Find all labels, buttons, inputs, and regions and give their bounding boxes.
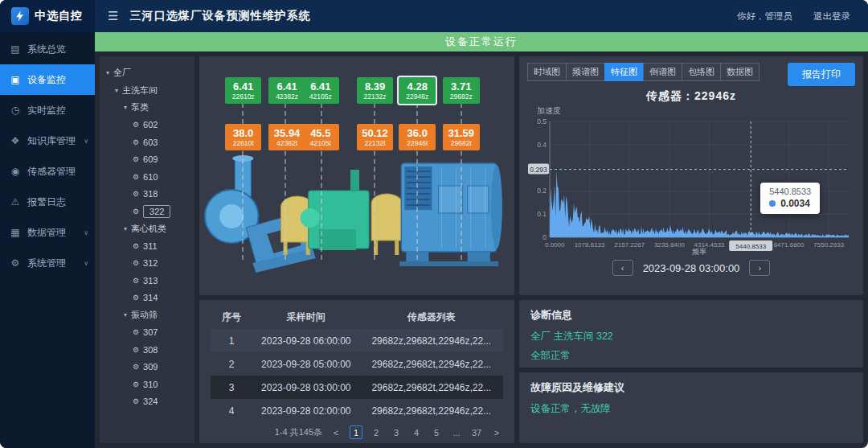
- tree-node-label: 泵类: [131, 101, 149, 113]
- page-button[interactable]: 3: [390, 425, 403, 439]
- sidebar-item-overview[interactable]: ▤系统总览: [0, 34, 95, 64]
- sidebar-item-system-manage[interactable]: ⚙系统管理∨: [0, 248, 95, 278]
- tree-node[interactable]: ▾全厂: [103, 64, 191, 82]
- tree-node-label: 振动筛: [131, 309, 158, 321]
- prev-date-button[interactable]: ‹: [612, 260, 633, 276]
- sidebar-item-sensor-manage[interactable]: ◉传感器管理: [0, 156, 95, 187]
- chart-tab[interactable]: 包络图: [682, 63, 721, 81]
- diagnosis-location-link[interactable]: 全厂 主洗车间 322: [530, 330, 852, 343]
- x-axis-label: 频率: [692, 248, 706, 255]
- sensor-id: 29682z: [444, 92, 478, 101]
- orange-sensor-badge[interactable]: 36.022946t: [399, 124, 436, 150]
- logout-link[interactable]: 退出登录: [813, 10, 850, 23]
- tree-node[interactable]: ⚙312: [103, 255, 191, 273]
- sensor-value: 38.0: [227, 127, 260, 139]
- crosshair-y-label: 0.293: [530, 166, 547, 174]
- chart-tab[interactable]: 时域图: [527, 63, 567, 81]
- chevron-down-icon: ∨: [84, 229, 88, 236]
- tree-node[interactable]: ⚙603: [103, 134, 191, 151]
- tree-node[interactable]: ⚙308: [103, 341, 191, 359]
- tree-node[interactable]: ⚙310: [103, 376, 191, 393]
- badge-cell: 8.3922132z: [358, 80, 391, 101]
- y-tick-label: 0.1: [537, 210, 547, 218]
- sidebar-item-alarm-log[interactable]: ⚠报警日志: [0, 187, 95, 217]
- table-header-cell: 采样时间: [252, 305, 360, 329]
- print-report-button[interactable]: 报告打印: [788, 63, 855, 86]
- tree-node[interactable]: ⚙609: [103, 151, 191, 169]
- green-sensor-badge[interactable]: 6.4142382z6.4142105z: [268, 77, 338, 104]
- orange-sensor-badge[interactable]: 35.9442382t45.542105t: [268, 124, 338, 150]
- sidebar-item-label: 实时监控: [27, 104, 66, 117]
- caret-down-icon: ▾: [124, 225, 127, 232]
- sensor-value: 50.12: [358, 127, 391, 139]
- tree-node[interactable]: ⚙602: [103, 117, 191, 134]
- chart-tab[interactable]: 倒谱图: [643, 63, 682, 81]
- chart-tab[interactable]: 数据图: [720, 63, 760, 81]
- tree-node[interactable]: ⚙313: [103, 272, 191, 290]
- y-tick-label: 0.4: [537, 141, 547, 149]
- chart-tab[interactable]: 特征图: [604, 63, 644, 81]
- orange-sensor-badge[interactable]: 50.1222132t: [357, 124, 393, 150]
- chevron-down-icon: ∨: [84, 260, 88, 267]
- collapse-menu-icon[interactable]: ☰: [108, 9, 118, 23]
- green-sensor-badge[interactable]: 3.7129682z: [443, 77, 480, 104]
- badge-cell: 6.4142105z: [304, 80, 338, 101]
- tree-node[interactable]: ⚙309: [103, 359, 191, 376]
- sensor-id: 22610t: [227, 139, 260, 148]
- sidebar-item-knowledge-base[interactable]: ❖知识库管理∨: [0, 125, 95, 156]
- page-button[interactable]: 5: [430, 425, 443, 439]
- chart-tab[interactable]: 频谱图: [566, 63, 605, 81]
- green-sensor-badge[interactable]: 8.3922132z: [357, 77, 393, 104]
- lightning-logo-icon: [11, 7, 29, 25]
- diagnosis-status-link[interactable]: 全部正常: [530, 349, 852, 363]
- tree-node[interactable]: ▾离心机类: [103, 220, 191, 238]
- sidebar-item-data-manage[interactable]: ▦数据管理∨: [0, 217, 95, 248]
- badge-cell: 45.542105t: [304, 127, 338, 148]
- tree-node-label: 313: [143, 276, 158, 286]
- orange-sensor-badge[interactable]: 38.022610t: [225, 124, 261, 150]
- tree-node[interactable]: ▾主洗车间: [103, 82, 191, 100]
- table-header-cell: 传感器列表: [360, 305, 503, 329]
- tree-node[interactable]: ▾振动筛: [103, 306, 191, 324]
- page-button[interactable]: 4: [410, 425, 423, 439]
- sensor-value: 45.5: [304, 127, 338, 139]
- page-button[interactable]: 1: [350, 425, 362, 439]
- prev-page-button[interactable]: <: [330, 425, 342, 439]
- green-sensor-badge[interactable]: 4.2822946z: [399, 77, 436, 104]
- app-window: 中选自控 ☰ 三河口选煤厂设备预测性维护系统 你好，管理员 退出登录 ▤系统总览…: [0, 0, 868, 448]
- table-row[interactable]: 12023-09-28 06:00:0029682z,29682t,22946z…: [211, 329, 503, 352]
- page-button[interactable]: 37: [470, 425, 483, 439]
- page-button[interactable]: 2: [370, 425, 383, 439]
- sensor-manage-icon: ◉: [10, 166, 21, 177]
- sidebar-item-device-monitor[interactable]: ▣设备监控: [0, 64, 95, 95]
- table-row[interactable]: 22023-09-28 05:00:0029682z,29682t,22946z…: [211, 352, 503, 376]
- sensor-id: 42105t: [304, 139, 338, 148]
- table-cell: 3: [211, 376, 252, 399]
- table-cell: 1: [211, 329, 252, 352]
- table-row[interactable]: 32023-09-28 03:00:0029682z,29682t,22946z…: [211, 376, 503, 399]
- table-cell: 29682z,29682t,22946z,22...: [360, 352, 503, 376]
- tree-node[interactable]: ⚙314: [103, 290, 191, 307]
- chart-tabs: 时域图频谱图特征图倒谱图包络图数据图: [527, 63, 759, 81]
- next-page-button[interactable]: >: [490, 425, 503, 439]
- tree-node[interactable]: ▾泵类: [103, 99, 191, 117]
- main-content: 设备正常运行 ▾全厂▾主洗车间▾泵类⚙602⚙603⚙609⚙610⚙318⚙3…: [95, 32, 868, 448]
- tree-node[interactable]: ⚙318: [103, 186, 191, 203]
- badge-cell: 35.9442382t: [270, 127, 304, 148]
- orange-sensor-badge[interactable]: 31.5929682t: [443, 124, 480, 150]
- fault-advice-link[interactable]: 设备正常，无故障: [530, 402, 852, 416]
- user-greeting[interactable]: 你好，管理员: [737, 10, 792, 23]
- table-row[interactable]: 42023-09-28 02:00:0029682z,29682t,22946z…: [211, 399, 503, 422]
- green-sensor-badge[interactable]: 6.4122610z: [225, 77, 261, 104]
- tree-node[interactable]: ⚙322: [103, 203, 191, 220]
- next-date-button[interactable]: ›: [749, 260, 770, 276]
- series-dot-icon: [769, 200, 776, 207]
- tree-node[interactable]: ⚙307: [103, 324, 191, 342]
- tooltip-y-value: 0.0034: [780, 198, 810, 209]
- sidebar-item-realtime-monitor[interactable]: ◷实时监控: [0, 95, 95, 125]
- sensor-value: 4.28: [400, 80, 434, 92]
- center-column: 6.4122610z6.4142382z6.4142105z8.3922132z…: [199, 56, 514, 443]
- tree-node[interactable]: ⚙324: [103, 393, 191, 411]
- tree-node[interactable]: ⚙311: [103, 237, 191, 255]
- tree-node[interactable]: ⚙610: [103, 168, 191, 186]
